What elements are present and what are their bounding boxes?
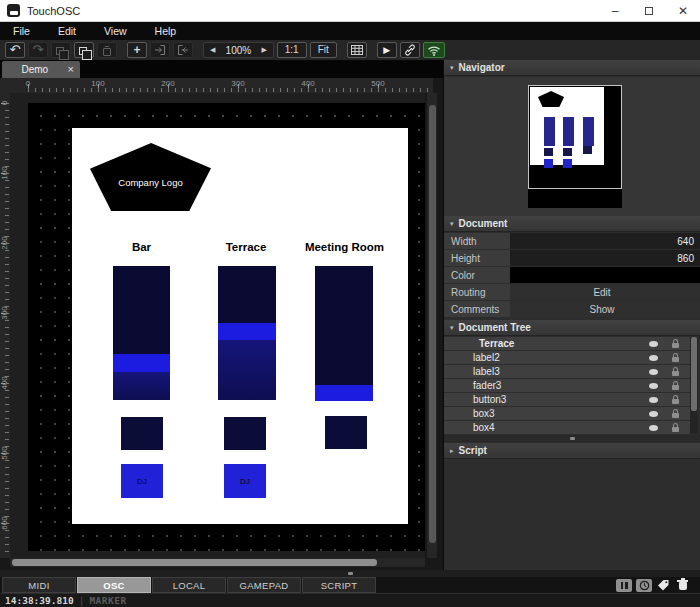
marker-button[interactable] [656,579,671,592]
group-button[interactable] [150,42,170,58]
document-tree-section-header[interactable]: ▾ Document Tree [444,320,700,336]
box-bar[interactable] [121,417,163,450]
tab-close-icon[interactable]: × [68,64,80,75]
routing-edit-button[interactable]: Edit [510,284,700,300]
close-icon: ✕ [678,5,688,17]
menu-help[interactable]: Help [142,22,192,40]
script-title: Script [459,445,487,456]
menu-edit[interactable]: Edit [45,22,91,40]
minimize-button[interactable]: – [598,0,632,21]
zoom-one-to-one-button[interactable]: 1:1 [277,42,307,58]
comments-show-button[interactable]: Show [510,301,700,317]
width-field[interactable]: 640 [510,233,700,249]
color-swatch[interactable] [510,267,700,283]
paste-button[interactable] [74,42,94,58]
tree-item-box4[interactable]: box4 [444,421,690,434]
lock-icon[interactable] [672,427,679,432]
tab-gamepad[interactable]: GAMEPAD [227,577,301,593]
visibility-eye-icon[interactable] [649,369,658,375]
lock-icon[interactable] [672,343,679,348]
link-button[interactable] [400,42,420,58]
tab-osc[interactable]: OSC [77,577,151,593]
grid-toggle-button[interactable] [347,42,367,58]
label-terrace[interactable]: Terrace [217,240,275,254]
tab-midi[interactable]: MIDI [2,577,76,593]
visibility-eye-icon[interactable] [649,411,658,417]
menu-file[interactable]: File [0,22,45,40]
navigator-viewport-rect[interactable] [528,85,622,189]
background-box-control[interactable]: Company Logo Bar Terrace Meeting Room [72,128,408,524]
lock-icon[interactable] [672,385,679,390]
tree-item-fader3[interactable]: fader3 [444,379,690,392]
tree-item-button3[interactable]: button3 [444,393,690,406]
pause-log-button[interactable] [616,579,632,592]
panel-resize-handle[interactable] [444,435,700,442]
canvas-vertical-scrollbar[interactable] [427,93,437,558]
zoom-in-button[interactable]: ▶ [255,46,272,54]
fader-bar[interactable] [113,266,170,400]
tree-item-label3[interactable]: label3 [444,365,690,378]
plus-icon: + [133,44,140,56]
script-section-header[interactable]: ▸ Script [444,443,700,459]
fader-handle[interactable] [218,323,276,340]
visibility-eye-icon[interactable] [649,425,658,431]
visibility-eye-icon[interactable] [649,383,658,389]
dj-button-bar[interactable]: DJ [121,464,163,498]
zoom-out-button[interactable]: ◀ [204,46,221,54]
add-control-button[interactable]: + [127,42,147,58]
bottom-resize-handle[interactable] [0,570,700,577]
label-bar[interactable]: Bar [113,240,170,254]
tab-demo[interactable]: Demo × [2,61,80,78]
clear-log-button[interactable] [675,579,690,592]
wifi-connection-button[interactable] [423,42,445,58]
visibility-eye-icon[interactable] [649,341,658,347]
label-meeting-room[interactable]: Meeting Room [287,240,402,254]
undo-button[interactable]: ↶ [5,42,25,58]
tree-item-box3[interactable]: box3 [444,407,690,420]
timestamp-button[interactable] [636,579,652,592]
document-surface[interactable]: Company Logo Bar Terrace Meeting Room [28,103,425,551]
play-button[interactable]: ▶ [377,42,397,58]
tab-script[interactable]: SCRIPT [302,577,376,593]
scrollbar-thumb[interactable] [12,559,377,566]
box-terrace[interactable] [224,417,266,450]
maximize-button[interactable] [632,0,666,21]
tree-item-label2[interactable]: label2 [444,351,690,364]
menu-view[interactable]: View [91,22,142,40]
zoom-fit-button[interactable]: Fit [310,42,337,58]
tree-scrollbar[interactable] [690,337,698,434]
tree-item-name: box4 [473,423,649,433]
lock-icon[interactable] [672,413,679,418]
canvas-horizontal-scrollbar[interactable] [10,558,425,567]
document-section-header[interactable]: ▾ Document [444,216,700,232]
scrollbar-thumb[interactable] [691,337,697,411]
visibility-eye-icon[interactable] [649,355,658,361]
delete-button[interactable] [97,42,117,58]
ungroup-button[interactable] [173,42,193,58]
navigator-preview[interactable] [444,77,700,216]
fader-handle[interactable] [315,385,373,401]
dj-button-terrace[interactable]: DJ [224,464,266,498]
fader-handle[interactable] [113,354,170,372]
close-button[interactable]: ✕ [666,0,700,21]
editor-canvas[interactable]: Company Logo Bar Terrace Meeting Room [10,93,425,558]
lock-icon[interactable] [672,371,679,376]
company-logo-shape[interactable]: Company Logo [90,143,211,211]
touchosc-window: TouchOSC – ✕ File Edit View Help ↶ ↷ + ◀… [0,0,700,607]
copy-button[interactable] [51,42,71,58]
tab-local[interactable]: LOCAL [152,577,226,593]
scrollbar-thumb[interactable] [429,105,436,543]
fader-meeting-room[interactable] [315,266,373,401]
navigator-section-header[interactable]: ▾ Navigator [444,60,700,76]
visibility-eye-icon[interactable] [649,397,658,403]
lock-icon[interactable] [672,399,679,404]
redo-button[interactable]: ↷ [28,42,48,58]
ruler-number: 500 [366,79,390,88]
box-meeting-room[interactable] [325,416,367,449]
height-field[interactable]: 860 [510,250,700,266]
lock-icon[interactable] [672,357,679,362]
fader-terrace[interactable] [218,266,276,400]
tree-item-terrace[interactable]: Terrace [444,337,690,350]
ruler-number: 300 [226,79,250,88]
fader-track [218,266,276,323]
